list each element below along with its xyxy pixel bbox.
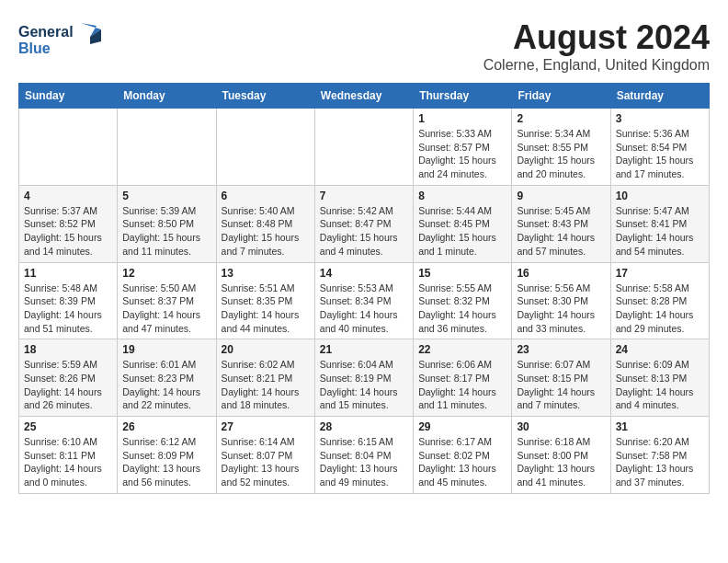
day-number: 5 bbox=[122, 190, 210, 202]
day-info: Sunrise: 5:47 AM Sunset: 8:41 PM Dayligh… bbox=[616, 204, 704, 259]
weekday-header-monday: Monday bbox=[118, 84, 216, 109]
day-info: Sunrise: 5:59 AM Sunset: 8:26 PM Dayligh… bbox=[24, 358, 112, 412]
calendar-empty-cell bbox=[216, 109, 314, 186]
calendar-day-11: 11Sunrise: 5:48 AM Sunset: 8:39 PM Dayli… bbox=[19, 262, 118, 339]
weekday-header-saturday: Saturday bbox=[610, 84, 709, 109]
day-number: 29 bbox=[418, 420, 506, 433]
day-info: Sunrise: 6:14 AM Sunset: 8:07 PM Dayligh… bbox=[222, 435, 310, 489]
day-number: 22 bbox=[418, 343, 506, 356]
calendar-day-29: 29Sunrise: 6:17 AM Sunset: 8:02 PM Dayli… bbox=[414, 417, 512, 494]
day-info: Sunrise: 6:17 AM Sunset: 8:02 PM Dayligh… bbox=[418, 435, 506, 489]
day-number: 9 bbox=[517, 190, 605, 202]
calendar-day-31: 31Sunrise: 6:20 AM Sunset: 7:58 PM Dayli… bbox=[610, 417, 709, 494]
logo: General Blue bbox=[18, 18, 101, 69]
day-number: 19 bbox=[122, 343, 210, 356]
calendar-day-20: 20Sunrise: 6:02 AM Sunset: 8:21 PM Dayli… bbox=[216, 339, 314, 417]
calendar-day-17: 17Sunrise: 5:58 AM Sunset: 8:28 PM Dayli… bbox=[610, 262, 709, 339]
day-info: Sunrise: 5:39 AM Sunset: 8:50 PM Dayligh… bbox=[122, 204, 210, 259]
calendar-day-14: 14Sunrise: 5:53 AM Sunset: 8:34 PM Dayli… bbox=[314, 262, 413, 339]
day-number: 15 bbox=[418, 267, 506, 280]
weekday-header-row: SundayMondayTuesdayWednesdayThursdayFrid… bbox=[19, 84, 710, 109]
day-number: 14 bbox=[320, 267, 408, 280]
day-info: Sunrise: 5:58 AM Sunset: 8:28 PM Dayligh… bbox=[616, 282, 704, 336]
day-info: Sunrise: 5:42 AM Sunset: 8:47 PM Dayligh… bbox=[320, 204, 408, 259]
day-info: Sunrise: 6:10 AM Sunset: 8:11 PM Dayligh… bbox=[24, 435, 112, 489]
calendar-day-3: 3Sunrise: 5:36 AM Sunset: 8:54 PM Daylig… bbox=[610, 109, 709, 186]
day-number: 6 bbox=[222, 190, 310, 202]
day-number: 28 bbox=[320, 420, 408, 433]
calendar-week-3: 11Sunrise: 5:48 AM Sunset: 8:39 PM Dayli… bbox=[19, 262, 710, 339]
day-info: Sunrise: 5:40 AM Sunset: 8:48 PM Dayligh… bbox=[222, 204, 310, 259]
day-info: Sunrise: 5:56 AM Sunset: 8:30 PM Dayligh… bbox=[517, 282, 605, 336]
weekday-header-sunday: Sunday bbox=[19, 84, 118, 109]
day-number: 10 bbox=[616, 190, 704, 202]
day-number: 20 bbox=[222, 343, 310, 356]
calendar-day-12: 12Sunrise: 5:50 AM Sunset: 8:37 PM Dayli… bbox=[118, 262, 216, 339]
calendar-week-5: 25Sunrise: 6:10 AM Sunset: 8:11 PM Dayli… bbox=[19, 417, 710, 494]
day-number: 2 bbox=[517, 112, 605, 125]
calendar-day-19: 19Sunrise: 6:01 AM Sunset: 8:23 PM Dayli… bbox=[118, 339, 216, 417]
day-number: 13 bbox=[222, 267, 310, 280]
day-info: Sunrise: 5:37 AM Sunset: 8:52 PM Dayligh… bbox=[24, 204, 112, 259]
day-info: Sunrise: 6:07 AM Sunset: 8:15 PM Dayligh… bbox=[517, 358, 605, 412]
calendar-day-5: 5Sunrise: 5:39 AM Sunset: 8:50 PM Daylig… bbox=[118, 185, 216, 262]
day-info: Sunrise: 6:01 AM Sunset: 8:23 PM Dayligh… bbox=[122, 358, 210, 412]
calendar-day-18: 18Sunrise: 5:59 AM Sunset: 8:26 PM Dayli… bbox=[19, 339, 118, 417]
calendar-day-10: 10Sunrise: 5:47 AM Sunset: 8:41 PM Dayli… bbox=[610, 185, 709, 262]
day-info: Sunrise: 5:48 AM Sunset: 8:39 PM Dayligh… bbox=[24, 282, 112, 336]
weekday-header-thursday: Thursday bbox=[414, 84, 512, 109]
day-number: 26 bbox=[122, 420, 210, 433]
calendar-day-7: 7Sunrise: 5:42 AM Sunset: 8:47 PM Daylig… bbox=[314, 185, 413, 262]
calendar-day-27: 27Sunrise: 6:14 AM Sunset: 8:07 PM Dayli… bbox=[216, 417, 314, 494]
day-info: Sunrise: 6:06 AM Sunset: 8:17 PM Dayligh… bbox=[418, 358, 506, 412]
day-number: 24 bbox=[616, 343, 704, 356]
calendar-day-16: 16Sunrise: 5:56 AM Sunset: 8:30 PM Dayli… bbox=[512, 262, 610, 339]
day-number: 16 bbox=[517, 267, 605, 280]
day-number: 3 bbox=[616, 112, 704, 125]
day-number: 30 bbox=[517, 420, 605, 433]
day-number: 25 bbox=[24, 420, 112, 433]
day-number: 1 bbox=[418, 112, 506, 125]
day-info: Sunrise: 5:33 AM Sunset: 8:57 PM Dayligh… bbox=[418, 127, 506, 181]
day-number: 18 bbox=[24, 343, 112, 356]
calendar-week-4: 18Sunrise: 5:59 AM Sunset: 8:26 PM Dayli… bbox=[19, 339, 710, 417]
day-info: Sunrise: 6:15 AM Sunset: 8:04 PM Dayligh… bbox=[320, 435, 408, 489]
day-number: 4 bbox=[24, 190, 112, 202]
day-number: 11 bbox=[24, 267, 112, 280]
day-number: 21 bbox=[320, 343, 408, 356]
svg-text:Blue: Blue bbox=[18, 40, 51, 56]
calendar-day-22: 22Sunrise: 6:06 AM Sunset: 8:17 PM Dayli… bbox=[414, 339, 512, 417]
day-number: 12 bbox=[122, 267, 210, 280]
day-number: 7 bbox=[320, 190, 408, 202]
calendar-day-15: 15Sunrise: 5:55 AM Sunset: 8:32 PM Dayli… bbox=[414, 262, 512, 339]
day-number: 27 bbox=[222, 420, 310, 433]
page-header: General Blue August 2024 Colerne, Englan… bbox=[18, 18, 710, 74]
calendar-day-28: 28Sunrise: 6:15 AM Sunset: 8:04 PM Dayli… bbox=[314, 417, 413, 494]
day-info: Sunrise: 6:09 AM Sunset: 8:13 PM Dayligh… bbox=[616, 358, 704, 412]
weekday-header-wednesday: Wednesday bbox=[314, 84, 413, 109]
day-info: Sunrise: 6:02 AM Sunset: 8:21 PM Dayligh… bbox=[222, 358, 310, 412]
day-info: Sunrise: 5:53 AM Sunset: 8:34 PM Dayligh… bbox=[320, 282, 408, 336]
day-info: Sunrise: 5:34 AM Sunset: 8:55 PM Dayligh… bbox=[517, 127, 605, 181]
day-number: 23 bbox=[517, 343, 605, 356]
calendar-day-24: 24Sunrise: 6:09 AM Sunset: 8:13 PM Dayli… bbox=[610, 339, 709, 417]
day-info: Sunrise: 6:04 AM Sunset: 8:19 PM Dayligh… bbox=[320, 358, 408, 412]
logo-icon: General Blue bbox=[18, 18, 101, 69]
day-number: 8 bbox=[418, 190, 506, 202]
calendar-day-21: 21Sunrise: 6:04 AM Sunset: 8:19 PM Dayli… bbox=[314, 339, 413, 417]
calendar-table: SundayMondayTuesdayWednesdayThursdayFrid… bbox=[18, 83, 710, 494]
day-info: Sunrise: 6:20 AM Sunset: 7:58 PM Dayligh… bbox=[616, 435, 704, 489]
month-year-title: August 2024 bbox=[483, 18, 710, 57]
calendar-day-1: 1Sunrise: 5:33 AM Sunset: 8:57 PM Daylig… bbox=[414, 109, 512, 186]
calendar-empty-cell bbox=[19, 109, 118, 186]
calendar-day-2: 2Sunrise: 5:34 AM Sunset: 8:55 PM Daylig… bbox=[512, 109, 610, 186]
day-info: Sunrise: 5:44 AM Sunset: 8:45 PM Dayligh… bbox=[418, 204, 506, 259]
day-number: 31 bbox=[616, 420, 704, 433]
title-area: August 2024 Colerne, England, United Kin… bbox=[483, 18, 710, 74]
calendar-day-6: 6Sunrise: 5:40 AM Sunset: 8:48 PM Daylig… bbox=[216, 185, 314, 262]
calendar-day-23: 23Sunrise: 6:07 AM Sunset: 8:15 PM Dayli… bbox=[512, 339, 610, 417]
calendar-day-25: 25Sunrise: 6:10 AM Sunset: 8:11 PM Dayli… bbox=[19, 417, 118, 494]
calendar-day-26: 26Sunrise: 6:12 AM Sunset: 8:09 PM Dayli… bbox=[118, 417, 216, 494]
calendar-day-9: 9Sunrise: 5:45 AM Sunset: 8:43 PM Daylig… bbox=[512, 185, 610, 262]
day-info: Sunrise: 6:18 AM Sunset: 8:00 PM Dayligh… bbox=[517, 435, 605, 489]
